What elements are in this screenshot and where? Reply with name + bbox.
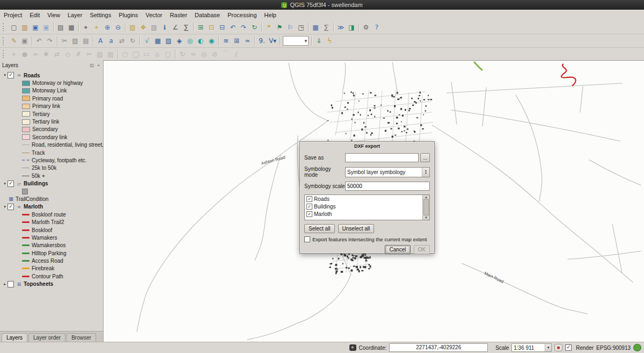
tree-row[interactable]: 25k to 50k	[0, 164, 103, 172]
tree-row[interactable]: Tertiary link	[0, 118, 103, 125]
copy-features-icon[interactable]: ▨	[70, 35, 80, 46]
log-messages-icon[interactable]	[633, 344, 641, 351]
zoom-next-icon[interactable]: ↷	[238, 22, 249, 33]
close-panel-icon[interactable]: ×	[96, 63, 101, 68]
unselect-all-button[interactable]: Unselect all	[338, 224, 375, 233]
undo-icon[interactable]: ↶	[34, 35, 45, 46]
export-layer-row[interactable]: ✓Buildings	[305, 203, 423, 210]
save-as-input[interactable]	[345, 153, 419, 162]
intersect-icon[interactable]: ◈	[174, 35, 185, 46]
expand-caret-icon[interactable]: ▾	[2, 205, 8, 209]
help-contents-icon[interactable]: ?	[371, 22, 382, 33]
tree-row[interactable]: Firebreak	[0, 265, 103, 272]
paste-features-icon[interactable]: ▤	[80, 35, 91, 46]
composer-manager-icon[interactable]: ▦	[66, 22, 77, 33]
layer-checkbox[interactable]: ✓	[8, 181, 14, 187]
dissolve-icon[interactable]: ◉	[206, 35, 217, 46]
identify-features-icon[interactable]: ℹ	[159, 22, 170, 33]
interpolation-icon[interactable]: ≈	[242, 35, 253, 46]
vector-checker-icon[interactable]: √	[142, 35, 152, 46]
select-features-icon[interactable]: ▧	[127, 22, 138, 33]
menu-plugins[interactable]: Plugins	[115, 11, 142, 19]
tree-row[interactable]: Marloth Trail2	[0, 218, 103, 226]
scroll-up-icon[interactable]: ▲	[425, 196, 428, 199]
tree-row[interactable]: Boskloof route	[0, 211, 103, 218]
tree-row[interactable]: Hilltop Parking	[0, 249, 103, 257]
panel-tab-layers[interactable]: Layers	[2, 333, 27, 342]
osm-download-icon[interactable]: ⇓	[313, 35, 324, 46]
tree-row[interactable]: Road, residential, living street, etc.	[0, 141, 103, 149]
redo-icon[interactable]: ↷	[45, 35, 55, 46]
move-label-icon[interactable]: ⇄	[116, 35, 127, 46]
tree-row[interactable]: Tertiary	[0, 110, 103, 118]
project-new-icon[interactable]: ▢	[9, 22, 19, 33]
toggle-editing-icon[interactable]: ✎	[9, 35, 19, 46]
text-annotation-icon[interactable]: ◳	[296, 22, 306, 33]
spatial-select-icon[interactable]: ▧	[163, 35, 174, 46]
expand-caret-icon[interactable]: ▸	[2, 282, 8, 286]
select-all-button[interactable]: Select all	[304, 224, 335, 233]
menu-vector[interactable]: Vector	[142, 11, 166, 19]
menu-layer[interactable]: Layer	[64, 11, 86, 19]
layer-checkbox[interactable]: ✓	[8, 204, 14, 210]
deselect-all-icon[interactable]: ▧	[149, 22, 159, 33]
expression-select-icon[interactable]: V▾	[267, 35, 278, 46]
tree-row[interactable]: Contour Path	[0, 272, 103, 280]
labeling-icon[interactable]: A	[95, 35, 106, 46]
symbology-scale-input[interactable]	[345, 182, 430, 191]
new-print-composer-icon[interactable]: ▤	[55, 22, 66, 33]
toolbar-drag-handle[interactable]	[3, 23, 6, 31]
tree-row[interactable]: Primary link	[0, 103, 103, 110]
layer-checkbox[interactable]: ✓	[8, 72, 14, 78]
stop-rendering-icon[interactable]: ◼	[554, 344, 562, 351]
statistical-summary-icon[interactable]: ∑	[181, 22, 192, 33]
rotate-label-icon[interactable]: ↻	[127, 35, 138, 46]
panel-tab-browser[interactable]: Browser	[67, 333, 96, 342]
menu-settings[interactable]: Settings	[86, 11, 115, 19]
project-save-as-icon[interactable]: ▣	[41, 22, 52, 33]
select-by-polygon-icon[interactable]: ❖	[138, 22, 149, 33]
raster-calculator-icon[interactable]: ≋	[221, 35, 231, 46]
export-layer-checkbox[interactable]: ✓	[306, 204, 312, 210]
zoom-to-selection-icon[interactable]: ⊡	[206, 22, 217, 33]
layer-checkbox[interactable]	[8, 281, 14, 287]
panel-tab-layer-order[interactable]: Layer order	[28, 333, 65, 342]
zoom-out-icon[interactable]: ⊖	[113, 22, 123, 33]
ok-button[interactable]: OK	[414, 245, 430, 254]
zoom-to-layer-icon[interactable]: ⊟	[217, 22, 228, 33]
cancel-button[interactable]: Cancel	[385, 245, 410, 254]
vector-grid-icon[interactable]: ▦	[152, 35, 163, 46]
tree-row[interactable]: 50k +	[0, 172, 103, 179]
float-panel-icon[interactable]: ◱	[90, 63, 94, 68]
buffer-icon[interactable]: ◎	[185, 35, 195, 46]
menu-help[interactable]: Help	[260, 11, 280, 19]
new-bookmark-icon[interactable]: ⚑	[274, 22, 285, 33]
tree-row[interactable]: Motorway or highway	[0, 79, 103, 87]
style-combo[interactable]: ▾	[283, 36, 309, 46]
toolbar-drag-handle[interactable]	[3, 50, 6, 58]
open-attribute-table-icon[interactable]: ▦	[310, 22, 321, 33]
expand-caret-icon[interactable]: ▾	[2, 182, 8, 186]
tree-row[interactable]: Wamakersbos	[0, 242, 103, 249]
tree-row[interactable]: ▦TrailCondition	[0, 195, 103, 203]
menu-project[interactable]: Project	[0, 11, 26, 19]
tree-row[interactable]: Motorway Link	[0, 87, 103, 95]
symbology-mode-combo[interactable]: Symbol layer symbology ▲▼	[345, 167, 430, 177]
pan-map-icon[interactable]: ⌖	[80, 22, 91, 33]
export-layer-row[interactable]: ✓Roads	[305, 195, 423, 203]
python-macro-icon[interactable]: ϟ	[324, 35, 335, 46]
pan-to-selection-icon[interactable]: ⌖	[91, 22, 102, 33]
scroll-thumb[interactable]	[423, 199, 429, 215]
tree-row[interactable]	[0, 188, 103, 195]
tree-row[interactable]: Access Road	[0, 257, 103, 264]
scale-dropdown-icon[interactable]: ▼	[545, 344, 551, 351]
export-layer-checkbox[interactable]: ✓	[306, 211, 312, 217]
render-checkbox[interactable]: ✓	[565, 344, 572, 351]
mouse-position-icon[interactable]: ✛	[349, 344, 356, 351]
tree-row[interactable]: Secondary link	[0, 133, 103, 141]
menu-processing[interactable]: Processing	[224, 11, 260, 19]
extent-checkbox[interactable]	[304, 236, 310, 242]
coordinate-display[interactable]: 2271437,-4029226	[389, 343, 488, 352]
tree-row[interactable]: Wamakers	[0, 234, 103, 241]
tree-row[interactable]: Track	[0, 149, 103, 156]
